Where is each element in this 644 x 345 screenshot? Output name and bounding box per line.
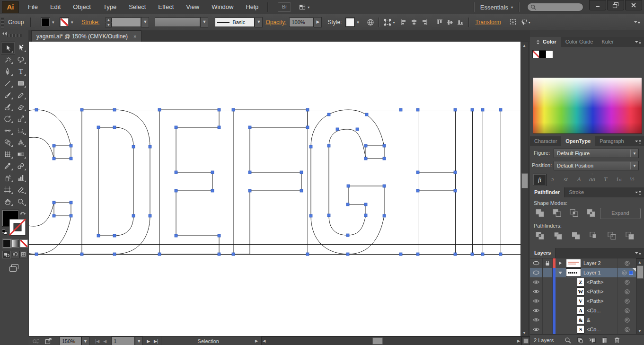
last-artboard-icon[interactable]: ▶|	[154, 339, 158, 344]
slice-tool[interactable]	[14, 184, 27, 195]
scroll-up-arrow[interactable]: ▲	[521, 44, 528, 48]
align-right-icon[interactable]	[419, 17, 430, 27]
zoom-level-field[interactable]: 150%	[60, 336, 81, 345]
opacity-link[interactable]: Opacity:	[265, 19, 286, 26]
stroke-color-proxy[interactable]	[9, 219, 26, 236]
search-input[interactable]	[527, 3, 583, 11]
close-button[interactable]	[625, 0, 642, 10]
rectangle-tool[interactable]	[14, 77, 27, 89]
layer-row-4[interactable]: W<Path>	[530, 287, 636, 297]
pathfinder-trim-button[interactable]	[552, 230, 564, 241]
align-top-icon[interactable]	[434, 17, 445, 27]
perspective-grid-tool[interactable]	[14, 136, 27, 148]
opacity-slider-button[interactable]: ▶	[314, 17, 322, 27]
visibility-toggle[interactable]	[530, 277, 543, 287]
scroll-down-arrow[interactable]: ▼	[521, 331, 528, 335]
none-mode-button[interactable]	[20, 239, 28, 248]
draw-normal-button[interactable]	[2, 251, 11, 258]
color-mode-button[interactable]	[3, 239, 11, 248]
sync-settings-icon[interactable]	[32, 337, 41, 345]
document-tab[interactable]: yagami.ai* @ 150% (CMYK/Outline) ×	[31, 30, 141, 42]
width-profile-dropdown[interactable]	[155, 18, 200, 27]
graphic-style-swatch[interactable]	[345, 18, 355, 27]
layer-row-3[interactable]: Z<Path>	[530, 277, 636, 287]
visibility-toggle[interactable]	[530, 325, 543, 334]
opentype-discretionary-ligatures-button[interactable]: st	[559, 174, 572, 185]
menu-item-select[interactable]: Select	[123, 0, 152, 14]
app-logo[interactable]: Ai	[2, 1, 19, 13]
figure-dropdown[interactable]: Default Figure ▼	[554, 149, 639, 158]
layer-row-1[interactable]: Layer 2	[530, 258, 636, 268]
make-clipping-mask-icon[interactable]	[576, 336, 584, 344]
align-horizontal-center-icon[interactable]	[409, 17, 419, 27]
free-transform-tool[interactable]	[14, 124, 27, 136]
lock-toggle[interactable]	[543, 325, 553, 334]
shape-mode-unite-button[interactable]	[534, 208, 546, 218]
opentype-ligatures-button[interactable]: fi	[533, 174, 547, 186]
launch-bridge-button[interactable]: Br	[278, 2, 291, 12]
layer-name[interactable]: <Path>	[584, 298, 618, 304]
visibility-toggle[interactable]	[530, 306, 543, 315]
layer-name[interactable]: <Co...	[584, 308, 618, 313]
restore-button[interactable]	[607, 0, 624, 10]
visibility-toggle[interactable]	[530, 258, 543, 268]
target-indicator[interactable]	[618, 325, 636, 334]
align-vertical-center-icon[interactable]	[445, 17, 455, 27]
blob-brush-tool[interactable]	[1, 101, 14, 113]
tab-layers[interactable]: Layers	[530, 248, 556, 258]
artboard-dropdown[interactable]: ▼	[135, 336, 143, 345]
transform-panel-link[interactable]: Transform	[475, 19, 501, 26]
delete-layer-icon[interactable]	[613, 336, 621, 344]
item-thumbnail[interactable]: A	[577, 306, 584, 315]
target-indicator[interactable]	[618, 277, 636, 287]
line-segment-tool[interactable]	[1, 77, 14, 89]
disclosure-triangle[interactable]	[556, 268, 565, 277]
item-thumbnail[interactable]: S	[577, 325, 584, 334]
anchor-points[interactable]	[35, 108, 502, 256]
visibility-toggle[interactable]	[530, 315, 543, 325]
align-bottom-icon[interactable]	[455, 17, 466, 27]
item-thumbnail[interactable]: V	[577, 297, 584, 305]
target-indicator[interactable]	[618, 258, 636, 268]
width-tool[interactable]	[1, 124, 14, 136]
pathfinder-merge-button[interactable]	[570, 230, 582, 241]
stroke-panel-link[interactable]: Stroke:	[81, 19, 99, 26]
previous-artboard-icon[interactable]: ◀	[103, 339, 106, 344]
layer-name[interactable]: &	[584, 317, 618, 323]
artwork-outline-view[interactable]	[29, 42, 520, 336]
opentype-ordinals-button[interactable]: 1st	[612, 174, 625, 185]
layer-name[interactable]: <Path>	[584, 289, 618, 294]
opentype-titling-alternates-button[interactable]: T	[599, 174, 612, 185]
symbol-sprayer-tool[interactable]	[1, 172, 14, 184]
draw-inside-button[interactable]	[19, 251, 28, 258]
rotate-tool[interactable]	[1, 113, 14, 124]
gradient-tool[interactable]	[14, 148, 27, 160]
opentype-swash-button[interactable]: A	[573, 174, 585, 185]
menu-item-view[interactable]: View	[180, 0, 205, 14]
layer-name[interactable]: <Co...	[584, 327, 618, 332]
menu-item-window[interactable]: Window	[205, 0, 239, 14]
opacity-field[interactable]: 100%	[289, 18, 314, 27]
select-similar-icon[interactable]	[518, 17, 529, 27]
item-thumbnail[interactable]: &	[577, 316, 584, 324]
zoom-dropdown[interactable]: ▼	[81, 336, 89, 345]
position-dropdown[interactable]: Default Position ▼	[554, 161, 639, 170]
pencil-tool[interactable]	[14, 89, 27, 101]
change-screen-mode-icon[interactable]	[8, 263, 20, 273]
pathfinder-crop-button[interactable]	[588, 230, 600, 241]
lock-toggle[interactable]	[543, 268, 553, 277]
tab-character[interactable]: Character	[530, 136, 561, 146]
target-indicator[interactable]	[618, 315, 636, 325]
next-artboard-icon[interactable]: ▶	[147, 339, 150, 344]
hand-tool[interactable]	[1, 195, 14, 207]
tab-color-guide[interactable]: Color Guide	[561, 37, 598, 47]
target-indicator[interactable]	[618, 296, 636, 306]
fill-swatch[interactable]	[41, 18, 50, 27]
shape-builder-tool[interactable]	[1, 136, 14, 148]
stroke-weight-field[interactable]	[112, 18, 141, 27]
opentype-stylistic-alternates-button[interactable]: aa→	[586, 174, 599, 185]
fill-color-control[interactable]: ▾	[41, 18, 56, 27]
item-thumbnail[interactable]: Z	[577, 278, 584, 286]
stroke-weight-stepper[interactable]: ▲▼	[105, 18, 112, 27]
menu-item-type[interactable]: Type	[97, 0, 123, 14]
